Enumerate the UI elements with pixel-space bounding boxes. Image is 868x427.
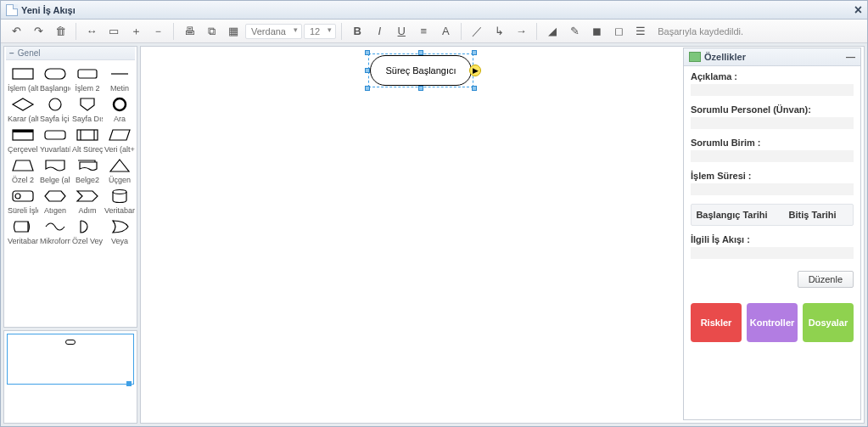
fill-color-button[interactable]: ◢ [542,22,563,41]
shadow-button[interactable]: ◼ [586,22,607,41]
duration-value[interactable] [691,183,854,195]
end-date-button[interactable]: Bitiş Tarihi [776,208,849,222]
shape-roundrect[interactable]: Başlangıç/ [40,65,70,93]
halfor-icon [107,218,132,235]
palette-group-title: Genel [18,48,41,58]
font-size-select[interactable]: 12 [304,24,336,39]
shape-multidoc[interactable]: Belge2 [72,157,103,184]
underline-button[interactable]: U [391,22,412,41]
node-connector-icon[interactable]: ▶ [469,65,481,76]
person-value[interactable] [691,117,854,129]
arrow-style-button[interactable]: → [511,22,531,41]
diamond-icon [10,96,36,113]
cylinder-icon [107,188,132,205]
edit-button[interactable]: Düzenle [798,271,854,288]
desc-value[interactable] [691,84,854,96]
print-button[interactable]: 🖶 [179,22,199,41]
shape-triangle[interactable]: Üçgen [104,157,135,184]
desc-label: Açıklama : [691,71,854,81]
minimap-resize-handle[interactable] [126,381,132,386]
shape-microform[interactable]: Mikroform [40,218,70,245]
risks-button[interactable]: Riskler [691,303,742,342]
shape-db2[interactable]: Veritaban [8,218,38,245]
shape-step[interactable]: Adım [72,188,103,215]
start-node[interactable]: Süreç Başlangıcı ▶ [370,55,472,86]
db2-icon [10,218,36,235]
line-button[interactable]: ／ [467,22,487,41]
svg-rect-17 [13,191,33,201]
shape-boldcircle[interactable]: Ara [104,96,135,123]
shape-trapezoid[interactable]: Özel 2 [8,157,38,184]
shape-diamond[interactable]: Karar (alt+ [8,96,38,123]
border-button[interactable]: ◻ [608,22,629,41]
shape-roundrect2[interactable]: Yuvarlatılm [40,126,70,154]
grid-button[interactable]: ▦ [223,22,244,41]
left-panel: Genel İşlem (alt+Başlangıç/İşlem 2MetinK… [3,46,137,424]
properties-header[interactable]: Özellikler — [684,48,860,66]
resize-handle-se[interactable] [472,86,477,91]
crop-button[interactable]: ⧉ [201,22,221,41]
duration-label: İşlem Süresi : [691,171,854,181]
resize-handle-sw[interactable] [365,86,370,91]
shape-circle[interactable]: Sayfa İçi E [40,96,70,123]
shape-label: Metin [104,84,135,93]
palette-group-header[interactable]: Genel [6,47,135,60]
shape-doc[interactable]: Belge (alt+ [40,157,70,184]
svg-marker-4 [13,98,33,110]
shape-text[interactable]: Metin [104,65,135,93]
shape-label: Üçgen [104,176,135,184]
redo-button[interactable]: ↷ [28,22,48,41]
bold-button[interactable]: B [347,22,367,41]
zoom-out-button[interactable]: － [148,22,168,41]
undo-button[interactable]: ↶ [6,22,26,41]
shape-hexagon[interactable]: Atıgen [40,188,70,215]
resize-handle-s[interactable] [418,86,423,91]
shape-offpage[interactable]: Sayfa Dış [72,96,103,123]
titlebar: Yeni İş Akışı × [1,1,867,20]
files-button[interactable]: Dosyalar [803,303,854,342]
properties-icon [689,52,701,62]
align-button[interactable]: ≡ [413,22,434,41]
controls-button[interactable]: Kontroller [747,303,798,342]
related-flow-label: İlgili İş Akışı : [691,234,854,244]
shape-label: İşlem (alt+ [8,84,38,93]
svg-rect-9 [13,130,33,132]
unit-value[interactable] [691,150,854,162]
shape-label: Alt Süreç [72,145,103,154]
svg-point-7 [114,98,126,110]
shape-timer[interactable]: Süreli İşler [8,188,38,215]
shape-label: Ara [104,115,135,123]
shape-parallelogram[interactable]: Veri (alt+v [104,126,135,154]
close-icon[interactable]: × [854,3,862,17]
connector-button[interactable]: ↳ [489,22,509,41]
shape-cylinder[interactable]: Veritaban [104,188,135,215]
shape-frame[interactable]: Çerçeveli [8,126,38,154]
fit-width-button[interactable]: ↔ [81,22,102,41]
shape-label: Sayfa Dış [72,115,103,123]
doc-icon [42,157,68,174]
minimap[interactable] [3,330,137,424]
selected-node[interactable]: Süreç Başlangıcı ▶ [370,55,472,86]
shape-rect[interactable]: İşlem (alt+ [8,65,38,93]
resize-handle-ne[interactable] [472,50,477,55]
text-color-button[interactable]: A [435,22,456,41]
shape-halfand[interactable]: Özel Veya [72,218,103,245]
minimize-icon[interactable]: — [846,52,855,62]
shape-rect2[interactable]: İşlem 2 [72,65,103,93]
start-date-button[interactable]: Başlangıç Tarihi [695,208,769,222]
stroke-color-button[interactable]: ✎ [564,22,585,41]
svg-rect-10 [45,131,65,139]
delete-button[interactable]: 🗑 [50,22,70,41]
shape-subprocess[interactable]: Alt Süreç [72,126,103,154]
resize-handle-nw[interactable] [365,50,370,55]
font-family-select[interactable]: Verdana [245,24,302,39]
shape-halfor[interactable]: Veya [104,218,135,245]
fit-page-button[interactable]: ▭ [104,22,124,41]
shape-label: Karar (alt+ [8,115,38,123]
related-flow-value[interactable] [691,247,854,259]
italic-button[interactable]: I [369,22,389,41]
layers-button[interactable]: ☰ [630,22,651,41]
svg-marker-14 [109,130,130,140]
person-label: Sorumlu Personel (Ünvan): [691,104,854,115]
zoom-in-button[interactable]: ＋ [126,22,146,41]
